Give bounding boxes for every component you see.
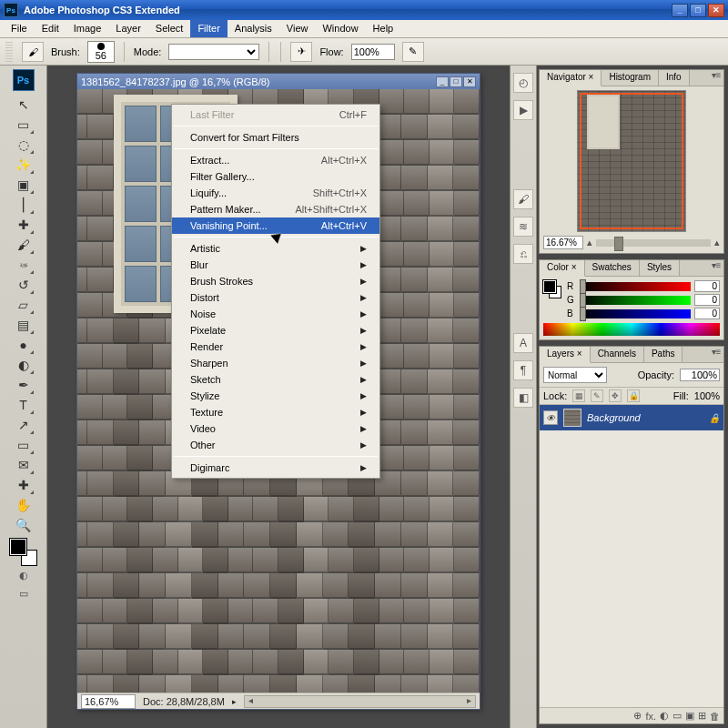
options-grip[interactable] [5, 42, 13, 62]
maximize-button[interactable]: □ [690, 4, 706, 17]
navigator-tab-navigator[interactable]: Navigator × [540, 70, 602, 86]
layer-thumbnail[interactable] [563, 409, 581, 427]
layers-tab-layers[interactable]: Layers × [540, 347, 591, 363]
navigator-tab-info[interactable]: Info [659, 70, 690, 86]
layers-action-2[interactable]: ◐ [660, 710, 669, 722]
lasso-tool[interactable]: ◌ [13, 135, 35, 155]
notes-tool[interactable]: ✉ [13, 455, 35, 475]
menu-file[interactable]: File [4, 20, 35, 37]
menu-window[interactable]: Window [315, 20, 365, 37]
layers-action-1[interactable]: fx. [645, 711, 656, 722]
navigator-zoom-field[interactable]: 16.67% [543, 236, 583, 249]
menu-item-brush-strokes[interactable]: Brush Strokes▶ [172, 273, 379, 289]
panel-menu-icon[interactable]: ▾≡ [709, 347, 723, 362]
menu-item-video[interactable]: Video▶ [172, 420, 379, 437]
opacity-field[interactable]: 100% [680, 369, 720, 381]
menu-item-artistic[interactable]: Artistic▶ [172, 240, 379, 257]
quick-mask-icon[interactable]: ◐ [13, 566, 35, 584]
menu-view[interactable]: View [279, 20, 316, 37]
navigator-tab-histogram[interactable]: Histogram [602, 70, 659, 86]
tablet-pressure-button[interactable]: ✎ [402, 42, 424, 62]
fill-field[interactable]: 100% [694, 390, 720, 401]
hand-tool[interactable]: ✋ [13, 495, 35, 515]
character-dock-icon[interactable]: A [513, 333, 533, 353]
panel-menu-icon[interactable]: ▾≡ [709, 260, 723, 276]
crop-tool[interactable]: ▣ [13, 175, 35, 195]
g-slider[interactable] [580, 296, 691, 305]
doc-close-button[interactable]: ✕ [463, 76, 476, 87]
eraser-tool[interactable]: ▱ [13, 295, 35, 315]
layer-comps-dock-icon[interactable]: ◧ [513, 388, 533, 408]
blend-mode-select[interactable]: Normal [543, 367, 607, 383]
mode-select[interactable] [168, 44, 259, 60]
minimize-button[interactable]: _ [672, 4, 688, 17]
layers-action-0[interactable]: ⊕ [633, 710, 642, 722]
close-button[interactable]: ✕ [708, 4, 724, 17]
zoom-out-icon[interactable]: ▴ [587, 237, 592, 248]
menu-item-vanishing-point[interactable]: Vanishing Point...Alt+Ctrl+V [172, 217, 379, 234]
screen-mode-icon[interactable]: ▭ [13, 584, 35, 602]
menu-item-pattern-maker[interactable]: Pattern Maker...Alt+Shift+Ctrl+X [172, 201, 379, 217]
clone-source-dock-icon[interactable]: ⎌ [513, 244, 533, 264]
lock-all-icon[interactable]: 🔒 [627, 389, 640, 402]
move-tool[interactable]: ↖ [13, 95, 35, 115]
menu-item-liquify[interactable]: Liquify...Shift+Ctrl+X [172, 185, 379, 201]
menu-analysis[interactable]: Analysis [228, 20, 279, 37]
pen-tool[interactable]: ✒ [13, 375, 35, 395]
blur-tool[interactable]: ● [13, 335, 35, 355]
tool-presets-dock-icon[interactable]: 🖌 [513, 189, 533, 209]
gradient-tool[interactable]: ▤ [13, 315, 35, 335]
b-value[interactable]: 0 [694, 308, 720, 319]
navigator-thumbnail[interactable] [577, 90, 686, 232]
menu-edit[interactable]: Edit [35, 20, 66, 37]
menu-item-convert-for-smart-filters[interactable]: Convert for Smart Filters [172, 129, 379, 146]
foreground-color[interactable] [10, 539, 26, 555]
lock-position-icon[interactable]: ✥ [609, 389, 622, 402]
dodge-tool[interactable]: ◐ [13, 355, 35, 375]
stamp-tool[interactable]: ⎃ [13, 255, 35, 275]
lock-paint-icon[interactable]: ✎ [591, 389, 603, 402]
shape-tool[interactable]: ▭ [13, 435, 35, 455]
visibility-toggle-icon[interactable]: 👁 [543, 410, 558, 425]
menu-select[interactable]: Select [148, 20, 191, 37]
color-spectrum[interactable] [543, 323, 720, 336]
horizontal-scrollbar[interactable] [244, 695, 476, 708]
tool-preset-button[interactable]: 🖌 [22, 42, 44, 62]
navigator-zoom-slider[interactable] [596, 239, 711, 247]
eyedropper2-tool[interactable]: ✚ [13, 475, 35, 495]
menu-item-filter-gallery[interactable]: Filter Gallery... [172, 168, 379, 185]
color-tab-styles[interactable]: Styles [640, 260, 680, 276]
actions-dock-icon[interactable]: ▶ [513, 100, 533, 120]
brushes-dock-icon[interactable]: ≋ [513, 217, 533, 237]
layers-action-6[interactable]: 🗑 [710, 711, 720, 722]
layers-tab-channels[interactable]: Channels [591, 347, 644, 362]
layers-action-5[interactable]: ⊞ [698, 710, 706, 722]
menu-help[interactable]: Help [366, 20, 401, 37]
history-brush-tool[interactable]: ↺ [13, 275, 35, 295]
g-value[interactable]: 0 [694, 294, 720, 306]
zoom-in-icon[interactable]: ▴ [714, 237, 720, 248]
zoom-tool[interactable]: 🔍 [13, 515, 35, 535]
airbrush-toggle[interactable]: ✈ [290, 42, 312, 62]
eyedropper-tool[interactable]: ⎮ [13, 195, 35, 215]
menu-filter[interactable]: Filter [190, 20, 227, 37]
r-slider[interactable] [580, 282, 691, 291]
brush-preset-picker[interactable]: 56 [87, 41, 115, 63]
flow-input[interactable] [351, 44, 395, 60]
layers-action-4[interactable]: ▣ [685, 710, 694, 722]
layer-row-background[interactable]: 👁 Background 🔒 [540, 405, 723, 430]
marquee-tool[interactable]: ▭ [13, 115, 35, 135]
type-tool[interactable]: T [13, 395, 35, 415]
menu-item-digimarc[interactable]: Digimarc▶ [172, 460, 379, 476]
panel-menu-icon[interactable]: ▾≡ [709, 70, 723, 86]
doc-minimize-button[interactable]: _ [436, 76, 449, 87]
zoom-field[interactable]: 16,67% [81, 694, 136, 709]
wand-tool[interactable]: ✨ [13, 155, 35, 175]
menu-item-extract[interactable]: Extract...Alt+Ctrl+X [172, 152, 379, 168]
color-tab-swatches[interactable]: Swatches [585, 260, 640, 276]
layer-name[interactable]: Background [587, 412, 641, 423]
layers-tab-paths[interactable]: Paths [644, 347, 683, 362]
color-tab-color[interactable]: Color × [540, 260, 585, 277]
lock-transparency-icon[interactable]: ▦ [572, 389, 585, 402]
paragraph-dock-icon[interactable]: ¶ [513, 360, 533, 380]
